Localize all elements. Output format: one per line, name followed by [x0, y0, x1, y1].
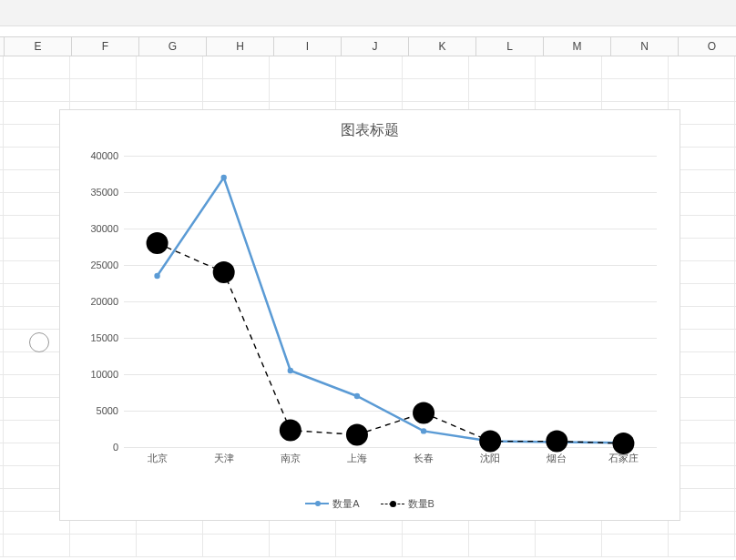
plot-area[interactable]: 0500010000150002000025000300003500040000… — [124, 156, 657, 447]
chart-title[interactable]: 图表标题 — [60, 121, 680, 140]
grid-cell[interactable] — [270, 535, 336, 556]
series-marker[interactable] — [213, 261, 235, 283]
col-header[interactable]: I — [274, 37, 342, 56]
grid-cell[interactable] — [4, 79, 70, 101]
legend-swatch-line-icon — [305, 503, 329, 504]
col-header[interactable]: L — [476, 37, 544, 56]
grid-cell[interactable] — [270, 56, 336, 78]
col-header[interactable]: M — [544, 37, 611, 56]
x-axis-label: 沈阳 — [480, 452, 500, 465]
col-header[interactable]: J — [342, 37, 409, 56]
grid-cell[interactable] — [70, 79, 137, 101]
grid-cell[interactable] — [536, 56, 602, 78]
grid-cell[interactable] — [469, 56, 536, 78]
legend-label: 数量A — [332, 497, 359, 511]
y-axis-label: 20000 — [90, 296, 118, 307]
grid-cell[interactable] — [403, 535, 469, 556]
col-header[interactable]: H — [207, 37, 274, 56]
gridline — [124, 447, 657, 448]
column-headers[interactable]: E F G H I J K L M N O — [0, 36, 736, 56]
grid-cell[interactable] — [536, 79, 602, 101]
grid-cell[interactable] — [203, 79, 270, 101]
col-header[interactable]: E — [5, 37, 72, 56]
grid-row[interactable] — [0, 79, 736, 102]
x-axis-label: 上海 — [347, 452, 367, 465]
y-axis-label: 30000 — [90, 223, 118, 234]
grid-cell[interactable] — [669, 535, 735, 556]
grid-cell[interactable] — [602, 56, 669, 78]
col-header[interactable]: N — [611, 37, 679, 56]
col-header[interactable]: K — [409, 37, 476, 56]
grid-cell[interactable] — [70, 535, 137, 556]
y-axis-label: 35000 — [90, 187, 118, 198]
series-marker[interactable] — [479, 431, 501, 453]
x-axis-label: 南京 — [281, 452, 301, 465]
x-axis-label: 烟台 — [547, 452, 567, 465]
row-outline-handle-icon[interactable] — [29, 332, 49, 352]
grid-row[interactable] — [0, 56, 736, 79]
series-marker[interactable] — [612, 433, 634, 454]
col-header[interactable]: G — [139, 37, 207, 56]
grid-cell[interactable] — [602, 535, 669, 556]
series-marker[interactable] — [288, 368, 293, 373]
grid-cell[interactable] — [669, 79, 735, 101]
legend-item-b[interactable]: 数量B — [381, 497, 434, 511]
grid-cell[interactable] — [336, 56, 403, 78]
legend-item-a[interactable]: 数量A — [305, 497, 359, 511]
grid-cell[interactable] — [137, 535, 203, 556]
y-axis-label: 0 — [113, 442, 118, 453]
series-marker[interactable] — [546, 431, 567, 453]
grid-cell[interactable] — [203, 56, 270, 78]
series-marker[interactable] — [220, 175, 226, 180]
grid-cell[interactable] — [469, 535, 536, 556]
ribbon-area — [0, 0, 736, 26]
grid-cell[interactable] — [336, 79, 403, 101]
legend-swatch-dash-icon — [381, 504, 404, 504]
series-marker[interactable] — [421, 428, 426, 433]
x-axis-label: 长春 — [414, 452, 434, 465]
grid-cell[interactable] — [4, 56, 70, 78]
series-line[interactable] — [158, 178, 624, 443]
grid-cell[interactable] — [203, 535, 270, 556]
x-axis-label: 北京 — [148, 452, 168, 465]
series-marker[interactable] — [147, 232, 169, 254]
series-svg — [124, 156, 657, 447]
series-marker[interactable] — [154, 273, 159, 279]
grid-cell[interactable] — [536, 535, 602, 556]
y-axis-label: 25000 — [90, 260, 118, 270]
grid-cell[interactable] — [469, 79, 536, 101]
grid-cell[interactable] — [403, 79, 469, 101]
y-axis-label: 15000 — [90, 332, 118, 343]
x-axis-label: 天津 — [214, 452, 234, 465]
col-header[interactable]: O — [679, 37, 736, 56]
grid-cell[interactable] — [336, 535, 403, 556]
grid-row[interactable] — [0, 535, 736, 557]
y-axis-label: 40000 — [90, 150, 118, 161]
grid-cell[interactable] — [137, 79, 203, 101]
series-marker[interactable] — [280, 420, 302, 442]
chart-object[interactable]: 图表标题 05000100001500020000250003000035000… — [59, 109, 680, 521]
grid-cell[interactable] — [669, 56, 735, 78]
legend-label: 数量B — [408, 497, 434, 511]
grid-cell[interactable] — [70, 56, 137, 78]
series-marker[interactable] — [354, 393, 360, 399]
grid-cell[interactable] — [4, 535, 70, 556]
y-axis-label: 10000 — [90, 369, 118, 380]
chart-legend[interactable]: 数量A 数量B — [60, 495, 680, 511]
grid-cell[interactable] — [270, 79, 336, 101]
grid-cell[interactable] — [602, 79, 669, 101]
col-header[interactable]: F — [72, 37, 139, 56]
grid-cell[interactable] — [403, 56, 469, 78]
series-marker[interactable] — [346, 423, 368, 445]
series-marker[interactable] — [413, 402, 434, 423]
y-axis-label: 5000 — [97, 405, 118, 416]
grid-cell[interactable] — [137, 56, 203, 78]
